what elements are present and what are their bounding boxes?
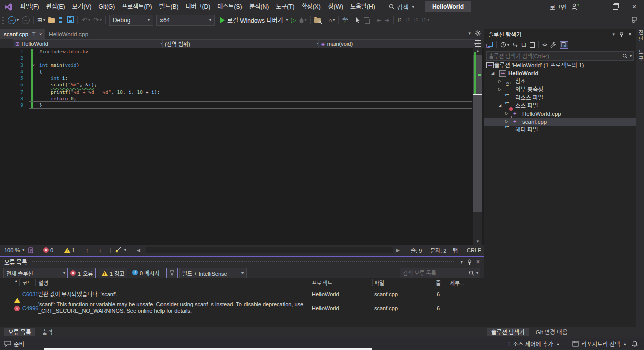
clear-bookmarks-button[interactable]: ⚐▾ [420,15,431,26]
tree-item-scanf-cpp[interactable]: ▷++scanf.cpp [484,118,636,126]
send-feedback-button[interactable] [629,15,639,26]
solution-search-input[interactable] [487,53,621,59]
undo-button[interactable]: ↶▾ [80,15,92,26]
pin-icon[interactable]: ⊤ [32,32,36,37]
gear-icon[interactable] [475,30,481,36]
errors-filter-toggle[interactable]: ×1 오류 [67,268,96,278]
code-line[interactable]: 4{ [0,68,473,75]
column-header[interactable]: 설명 [38,279,48,287]
tree-item--helloworld-1-1-[interactable]: 솔루션 'HelloWorld' (1 프로젝트의 1) [484,61,636,69]
tree-item--[interactable]: ▷o-□참조 [484,77,636,85]
next-bookmark-button[interactable]: ⚐ [412,15,420,26]
feedback-message-area[interactable]: 준비 [1,338,27,349]
column-header[interactable]: 코드 [22,279,32,287]
toolbar-grip[interactable] [2,16,4,25]
error-list-row[interactable]: ×C4996'scanf': This function or variable… [0,300,484,317]
split-window-icon[interactable] [475,40,481,47]
tabs-mode-indicator[interactable]: 탭 [453,245,458,255]
minimize-button[interactable] [587,0,606,13]
select-repository-button[interactable]: 리포지토리 선택 ▴ [569,338,629,349]
titlebar-search[interactable]: 검색 ▾ [386,1,417,12]
tree-expander-icon[interactable]: ◢ [491,69,494,77]
sync-namespace-button[interactable]: ⌂▾ [327,15,337,26]
decrease-indent-button[interactable]: ⇤ [375,15,383,26]
hot-reload-button[interactable]: ▾ [298,15,308,26]
scroll-right-icon[interactable]: ▶ [396,245,400,255]
line-ending-indicator[interactable]: CRLF [467,245,481,255]
menu-item[interactable]: 보기(V) [68,0,95,13]
properties-pages-button[interactable] [530,42,535,48]
horizontal-scrollbar[interactable] [146,247,393,253]
menu-item[interactable]: 테스트(S) [214,0,246,13]
menu-item[interactable]: 프로젝트(P) [118,0,155,13]
start-debugging-button[interactable]: 로컬 Windows 디버거 ▾ [219,15,290,26]
tree-expander-icon[interactable]: ▷ [498,77,501,85]
menu-item[interactable]: 도구(T) [272,0,298,13]
preview-selected-items-button[interactable] [560,41,568,49]
menu-item[interactable]: 파일(F) [17,0,42,13]
switch-views-button[interactable] [486,42,493,48]
error-code-link[interactable]: C4996 [22,305,38,311]
collapse-all-button[interactable]: ⊟ [521,41,526,48]
toggle-bookmark-button[interactable]: ⚐ [396,15,404,26]
vertical-scrollbar[interactable]: ▲ ▼ [473,48,482,245]
menu-item[interactable]: 도움말(H) [347,0,379,13]
close-icon[interactable]: × [628,31,632,38]
find-in-files-button[interactable] [313,15,323,26]
tree-item--[interactable]: 헤더 파일 [484,126,636,134]
column-header[interactable]: 줄 [436,279,441,287]
solution-configurations-dropdown[interactable]: Debug▾ [109,15,153,26]
tree-expander-icon[interactable]: ▷ [505,110,508,118]
menu-item[interactable]: Git(G) [95,0,119,13]
solution-explorer-title-bar[interactable]: 솔루션 탐색기 ▾ × [484,29,636,39]
error-code-link[interactable]: C6031 [22,291,38,297]
notifications-button[interactable] [629,338,641,349]
navigate-forward-button[interactable]: → [20,15,31,26]
active-files-dropdown-icon[interactable]: ▾ [468,31,471,36]
explorer-tab-솔루션-탐색기[interactable]: 솔루션 탐색기 [487,328,529,336]
close-icon[interactable]: × [476,258,480,266]
menu-item[interactable]: 확장(X) [298,0,325,13]
new-project-button[interactable]: ⊞▾ [36,15,47,26]
increase-indent-button[interactable]: ⇥ [383,15,391,26]
active-filter-button[interactable] [166,268,178,278]
save-button[interactable] [56,15,66,26]
pending-changes-filter-button[interactable]: ▾ [500,42,509,48]
menu-item[interactable]: 빌드(B) [155,0,182,13]
column-header[interactable]: 프로젝트 [312,279,332,287]
error-list-title-bar[interactable]: 오류 목록 ▾ × [0,257,484,267]
warnings-filter-toggle[interactable]: !1 경고 [99,268,127,278]
document-tab[interactable]: scanf.cpp⊤× [0,29,45,39]
column-indicator[interactable]: 문자: 2 [430,245,446,255]
scroll-left-icon[interactable]: ◀ [137,245,140,255]
redo-button[interactable]: ↷▾ [92,15,103,26]
sync-with-active-document-button[interactable]: ⇆ [513,41,518,48]
line-indicator[interactable]: 줄: 9 [411,245,422,255]
bottom-tab-출력[interactable]: 출력 [38,328,57,336]
window-position-dropdown-icon[interactable]: ▾ [612,32,615,37]
tree-expander-icon[interactable]: ◢ [498,102,501,110]
document-health-icon[interactable] [28,245,34,255]
explorer-tab-Git-변경-내용[interactable]: Git 변경 내용 [532,328,572,336]
error-search-input[interactable] [400,270,468,276]
previous-bookmark-button[interactable]: ⚐ [404,15,412,26]
code-line[interactable]: 9} [0,102,473,108]
pin-icon[interactable] [619,32,624,37]
error-scope-dropdown[interactable]: 전체 솔루션▾ [3,268,68,278]
close-icon[interactable]: × [39,32,42,37]
code-line[interactable]: 5 int i; [0,75,473,81]
tree-expander-icon[interactable]: ▷ [505,118,508,126]
diagnostic-tools-vertical-tab[interactable]: 진단 도구 [637,30,644,62]
code-line[interactable]: 3∨int main(void) [0,62,473,68]
bottom-tab-오류-목록[interactable]: 오류 목록 [4,328,35,336]
tree-item-helloworld[interactable]: ◢++HelloWorld [484,69,636,77]
select-element-button[interactable] [354,15,362,26]
tree-item--[interactable]: ◢소스 파일 [484,102,636,110]
error-count-indicator[interactable]: ×0 [43,245,53,255]
tree-item--[interactable]: ▷외부 종속성 [484,85,636,94]
sign-in-button[interactable]: 로그인 [550,3,567,11]
zoom-dropdown[interactable]: 100 %▾ [4,245,24,255]
column-header[interactable]: 파일 [374,279,384,287]
save-all-button[interactable] [66,15,75,26]
pin-icon[interactable] [467,259,472,265]
